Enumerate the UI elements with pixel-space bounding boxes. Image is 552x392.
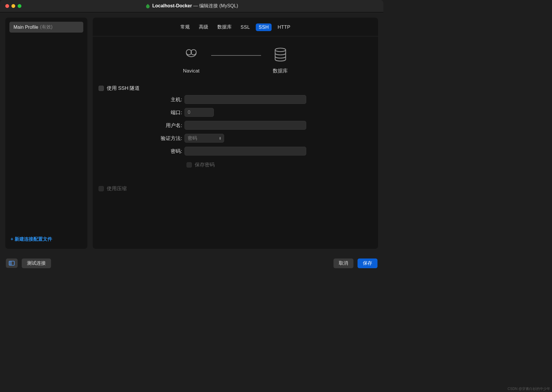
navicat-app-icon xyxy=(145,4,150,9)
use-compression-label: 使用压缩 xyxy=(107,185,127,192)
footer-bar: 测试连接 取消 保存 xyxy=(0,254,383,272)
diagram-navicat-label: Navicat xyxy=(183,68,200,74)
connection-editor-window: Localhost-Docker — 编辑连接 (MySQL) Main Pro… xyxy=(0,0,383,272)
diagram-connector xyxy=(211,55,261,56)
use-ssh-tunnel-checkbox[interactable] xyxy=(99,86,104,91)
use-ssh-tunnel-row: 使用 SSH 隧道 xyxy=(99,83,372,95)
svg-rect-4 xyxy=(9,261,11,265)
save-button[interactable]: 保存 xyxy=(358,258,377,268)
title-connection-name: Localhost-Docker xyxy=(152,3,192,8)
username-input[interactable] xyxy=(184,121,306,130)
tab-http[interactable]: HTTP xyxy=(275,23,293,31)
tab-ssl[interactable]: SSL xyxy=(238,23,253,31)
title-suffix: — 编辑连接 (MySQL) xyxy=(192,3,238,8)
tab-database[interactable]: 数据库 xyxy=(214,23,235,31)
port-label: 端口: xyxy=(99,109,182,116)
save-password-checkbox[interactable] xyxy=(187,162,192,168)
diagram-navicat-node: Navicat xyxy=(183,48,200,74)
close-window-button[interactable] xyxy=(5,4,9,8)
maximize-window-button[interactable] xyxy=(18,4,21,8)
use-ssh-tunnel-label: 使用 SSH 隧道 xyxy=(107,85,140,92)
auth-method-select[interactable]: 密码 ▲▼ xyxy=(184,134,224,143)
content-area: Main Profile (有效) + 新建连接配置文件 常规 高级 数据库 S… xyxy=(0,12,383,254)
password-input[interactable] xyxy=(184,147,306,156)
cancel-button[interactable]: 取消 xyxy=(333,258,353,268)
password-label: 密码: xyxy=(99,148,182,155)
database-icon xyxy=(274,48,287,62)
svg-point-2 xyxy=(275,48,286,52)
tab-ssh[interactable]: SSH xyxy=(256,23,272,31)
host-label: 主机: xyxy=(99,96,182,103)
titlebar: Localhost-Docker — 编辑连接 (MySQL) xyxy=(0,0,383,12)
use-compression-row: 使用压缩 xyxy=(99,183,372,195)
tabs-row: 常规 高级 数据库 SSL SSH HTTP xyxy=(93,18,378,36)
port-input[interactable] xyxy=(184,108,214,117)
profiles-sidebar: Main Profile (有效) + 新建连接配置文件 xyxy=(5,18,87,249)
profile-item-main[interactable]: Main Profile (有效) xyxy=(9,22,83,33)
minimize-window-button[interactable] xyxy=(11,4,15,8)
window-controls xyxy=(0,4,21,8)
auth-method-value: 密码 xyxy=(188,135,197,141)
main-panel: 常规 高级 数据库 SSL SSH HTTP Navicat xyxy=(93,18,378,249)
save-password-row: 保存密码 xyxy=(99,160,372,172)
profile-status-tag: (有效) xyxy=(40,24,53,30)
navicat-icon xyxy=(184,48,198,62)
test-connection-button[interactable]: 测试连接 xyxy=(22,258,51,268)
use-compression-checkbox[interactable] xyxy=(99,186,104,191)
connection-diagram: Navicat 数据库 xyxy=(93,36,378,80)
new-profile-button[interactable]: + 新建连接配置文件 xyxy=(9,234,83,245)
diagram-database-node: 数据库 xyxy=(273,48,288,74)
profile-name: Main Profile xyxy=(13,25,38,30)
ssh-form: 使用 SSH 隧道 主机: 端口: 用户名: 验证方法: xyxy=(93,80,378,195)
window-title: Localhost-Docker — 编辑连接 (MySQL) xyxy=(0,3,383,9)
username-label: 用户名: xyxy=(99,122,182,129)
diagram-database-label: 数据库 xyxy=(273,67,288,74)
tab-general[interactable]: 常规 xyxy=(177,23,193,31)
save-password-label: 保存密码 xyxy=(195,161,215,168)
auth-method-label: 验证方法: xyxy=(99,135,182,142)
sidebar-icon xyxy=(9,261,15,266)
tab-advanced[interactable]: 高级 xyxy=(196,23,211,31)
chevron-updown-icon: ▲▼ xyxy=(219,136,221,140)
toggle-sidebar-button[interactable] xyxy=(6,258,18,268)
host-input[interactable] xyxy=(184,95,306,104)
